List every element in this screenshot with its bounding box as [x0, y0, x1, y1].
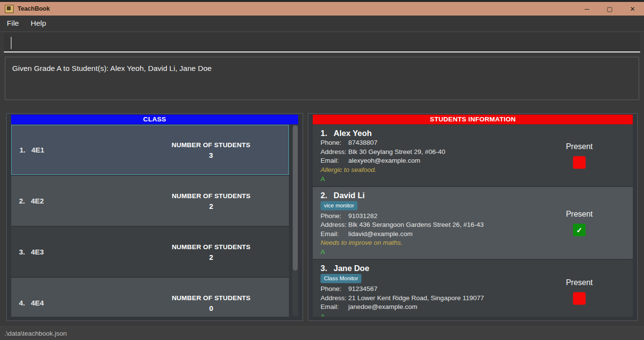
email-row-label: Email:	[321, 230, 348, 239]
maximize-icon[interactable]: ▢	[598, 2, 621, 16]
status-bar: .\data\teachbook.json	[0, 326, 644, 340]
class-index: 3.	[19, 248, 25, 256]
class-code: 4E2	[31, 197, 44, 205]
count-label: NUMBER OF STUDENTS	[161, 192, 261, 199]
class-list-item[interactable]: 4.4E4NUMBER OF STUDENTS0	[11, 278, 289, 317]
class-list-scrollbar[interactable]	[292, 125, 298, 316]
class-list: 1.4E1NUMBER OF STUDENTS32.4E2NUMBER OF S…	[11, 125, 289, 317]
class-list-item[interactable]: 3.4E3NUMBER OF STUDENTS2	[11, 227, 289, 277]
student-list: 1.Alex YeohPhone:87438807Address:Blk 30 …	[313, 125, 633, 317]
class-code: 4E3	[31, 248, 44, 256]
count-label: NUMBER OF STUDENTS	[161, 294, 261, 301]
phone-row-label: Phone:	[321, 285, 348, 294]
count-label: NUMBER OF STUDENTS	[161, 243, 261, 250]
count-value: 2	[161, 253, 261, 261]
class-index: 1.	[19, 146, 26, 154]
address-row-value: Blk 436 Serangoon Gardens Street 26, #16…	[348, 221, 483, 228]
data-file-path: .\data\teachbook.json	[4, 330, 67, 337]
student-index: 2.	[321, 191, 327, 200]
class-student-count: NUMBER OF STUDENTS2	[161, 192, 261, 210]
class-list-item[interactable]: 1.4E1NUMBER OF STUDENTS3	[11, 125, 289, 175]
student-name-text: Jane Doe	[334, 264, 369, 272]
window-title: TeachBook	[18, 5, 50, 12]
phone-row-value: 87438807	[348, 139, 377, 146]
student-card[interactable]: 3.Jane DoeClass MonitorPhone:91234567Add…	[313, 260, 633, 317]
attendance-section: Present	[553, 278, 606, 305]
present-label: Present	[566, 278, 592, 287]
result-display: Given Grade A to Student(s): Alex Yeoh, …	[5, 57, 639, 100]
present-label: Present	[566, 209, 592, 218]
class-name: 4.4E4	[19, 299, 44, 307]
present-label: Present	[566, 142, 592, 151]
student-name: 2.David Li	[321, 190, 625, 201]
class-index: 2.	[19, 197, 25, 205]
title-bar: TeachBook ─ ▢ ✕	[0, 0, 644, 16]
student-tag: Class Monitor	[321, 274, 361, 283]
class-code: 4E1	[32, 146, 45, 154]
window-controls: ─ ▢ ✕	[575, 2, 644, 16]
class-panel-header: CLASS	[11, 115, 298, 124]
attendance-section: Present	[553, 142, 606, 169]
student-name: 1.Alex Yeoh	[321, 128, 625, 138]
student-grade: A	[321, 312, 625, 317]
attendance-section: Present✓	[553, 209, 606, 236]
count-value: 2	[161, 202, 261, 210]
class-student-count: NUMBER OF STUDENTS3	[161, 141, 261, 159]
present-checkbox-checked[interactable]: ✓	[573, 223, 586, 236]
class-name: 3.4E3	[19, 248, 44, 256]
student-grade: A	[321, 248, 625, 256]
students-panel-header: STUDENTS INFORMATION	[313, 115, 633, 124]
class-name: 2.4E2	[19, 197, 44, 205]
student-remark: Needs to improve on maths.	[321, 238, 625, 247]
address-row-label: Address:	[321, 221, 348, 230]
class-panel: CLASS 1.4E1NUMBER OF STUDENTS32.4E2NUMBE…	[6, 113, 303, 321]
close-icon[interactable]: ✕	[621, 2, 644, 16]
student-index: 3.	[321, 264, 327, 272]
class-name: 1.4E1	[19, 146, 44, 154]
phone-row-value: 91234567	[348, 285, 377, 292]
email-row-value: alexyeoh@example.com	[348, 157, 420, 164]
student-name: 3.Jane Doe	[321, 263, 625, 273]
teachbook-window: TeachBook ─ ▢ ✕ File Help Given Grade A …	[0, 0, 644, 340]
menu-file[interactable]: File	[7, 19, 19, 28]
student-tag: vice monitor	[321, 201, 358, 210]
class-index: 4.	[19, 299, 25, 307]
count-value: 3	[161, 151, 261, 159]
address-row-label: Address:	[321, 294, 348, 303]
command-input[interactable]	[4, 33, 640, 52]
count-label: NUMBER OF STUDENTS	[161, 141, 261, 148]
address-row-value: 21 Lower Kent Ridge Road, Singapore 1190…	[348, 294, 484, 302]
student-tags: vice monitor	[321, 201, 625, 210]
email-row-value: lidavid@example.com	[348, 230, 412, 238]
student-index: 1.	[321, 129, 327, 137]
present-checkbox-unchecked[interactable]	[573, 292, 586, 305]
email-row-label: Email:	[321, 303, 348, 312]
app-icon	[5, 5, 14, 13]
class-student-count: NUMBER OF STUDENTS0	[161, 294, 261, 312]
class-student-count: NUMBER OF STUDENTS2	[161, 243, 261, 261]
phone-row-label: Phone:	[321, 212, 348, 221]
class-list-item[interactable]: 2.4E2NUMBER OF STUDENTS2	[11, 176, 289, 226]
email-row-label: Email:	[321, 156, 348, 166]
menu-help[interactable]: Help	[31, 19, 46, 28]
students-panel: STUDENTS INFORMATION 1.Alex YeohPhone:87…	[308, 113, 638, 321]
present-checkbox-unchecked[interactable]	[573, 156, 586, 169]
student-card[interactable]: 1.Alex YeohPhone:87438807Address:Blk 30 …	[313, 125, 633, 186]
scrollbar-thumb[interactable]	[293, 125, 298, 271]
menu-bar: File Help	[0, 16, 644, 32]
address-row-value: Blk 30 Geylang Street 29, #06-40	[348, 148, 446, 155]
address-row-label: Address:	[321, 148, 348, 157]
student-grade: A	[321, 175, 625, 183]
count-value: 0	[161, 304, 261, 312]
student-name-text: Alex Yeoh	[334, 129, 372, 137]
result-text: Given Grade A to Student(s): Alex Yeoh, …	[12, 64, 212, 72]
phone-row-value: 91031282	[348, 212, 377, 220]
phone-row-label: Phone:	[321, 138, 348, 148]
text-caret	[11, 37, 12, 49]
minimize-icon[interactable]: ─	[575, 2, 598, 16]
student-name-text: David Li	[334, 191, 365, 200]
class-code: 4E4	[31, 299, 44, 307]
student-card[interactable]: 2.David Livice monitorPhone:91031282Addr…	[313, 187, 633, 259]
email-row-value: janedoe@example.com	[348, 303, 417, 310]
